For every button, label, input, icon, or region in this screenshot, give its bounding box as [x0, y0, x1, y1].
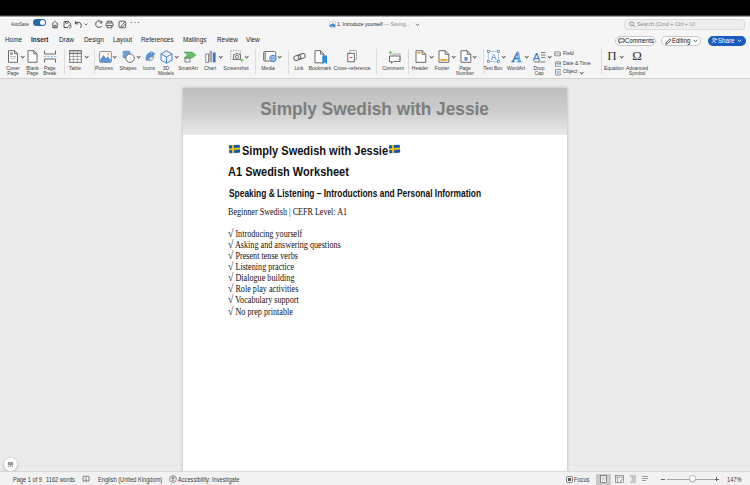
svg-text:A: A — [491, 52, 497, 62]
svg-text:A: A — [533, 51, 541, 63]
svg-text:#: # — [465, 57, 467, 61]
svg-text:A: A — [511, 50, 521, 63]
